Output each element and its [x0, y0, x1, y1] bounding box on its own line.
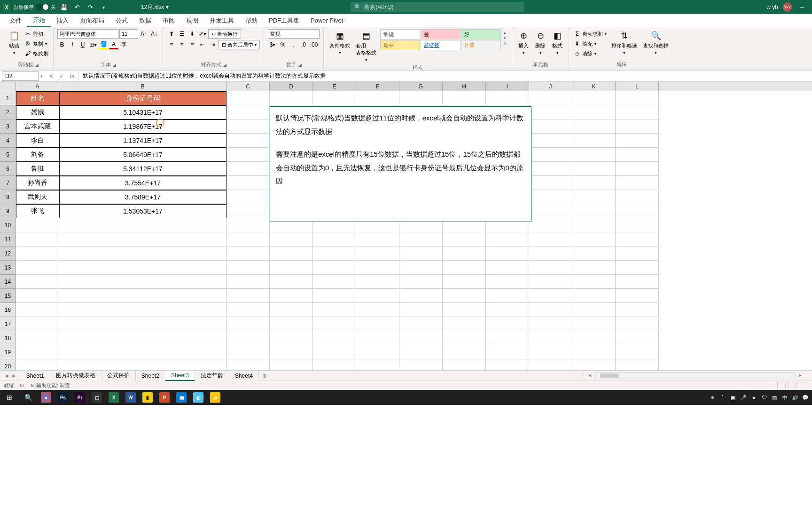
align-center-icon[interactable]: ≡ — [177, 40, 187, 49]
cell-K10[interactable] — [572, 218, 616, 232]
cell-C7[interactable] — [226, 176, 270, 190]
cell-L18[interactable] — [616, 331, 659, 345]
cell-G14[interactable] — [399, 275, 443, 289]
cell-J7[interactable] — [529, 176, 572, 190]
cell-J16[interactable] — [529, 303, 572, 317]
taskbar-explorer[interactable]: 📁 — [207, 390, 224, 405]
col-header-H[interactable]: H — [443, 82, 486, 91]
taskbar-powerpoint[interactable]: P — [156, 390, 173, 405]
cell-K7[interactable] — [572, 176, 616, 190]
sheet-tab-6[interactable]: Sheet4 — [229, 371, 259, 381]
taskbar-excel[interactable]: X — [105, 390, 122, 405]
align-bottom-icon[interactable]: ⬇ — [187, 29, 197, 39]
cell-D20[interactable] — [270, 359, 313, 370]
cell-K15[interactable] — [572, 289, 616, 303]
row-header-11[interactable]: 11 — [0, 232, 16, 246]
tray-shield-icon[interactable]: 🛡 — [760, 394, 768, 401]
col-header-F[interactable]: F — [356, 82, 399, 91]
taskbar-app2[interactable]: ◐ — [190, 390, 207, 405]
cell-C16[interactable] — [226, 303, 270, 317]
cell-I16[interactable] — [486, 303, 529, 317]
sheet-grid[interactable]: ABCDEFGHIJKL 1姓名身份证号码2嫦娥5.10431E+173宫本武藏… — [0, 82, 812, 370]
row-header-3[interactable]: 3 — [0, 119, 16, 134]
row-header-15[interactable]: 15 — [0, 289, 16, 303]
cell-H19[interactable] — [443, 345, 486, 359]
font-color-button[interactable]: A — [109, 40, 118, 49]
row-header-19[interactable]: 19 — [0, 345, 16, 359]
style-bad[interactable]: 差 — [421, 29, 461, 40]
cell-K20[interactable] — [572, 359, 616, 370]
style-calc[interactable]: 计算 — [461, 40, 501, 50]
table-format-button[interactable]: ▤套用 表格格式▾ — [354, 29, 378, 63]
cell-J8[interactable] — [529, 190, 572, 204]
cell-H11[interactable] — [443, 232, 486, 246]
cell-L14[interactable] — [616, 275, 659, 289]
cell-C18[interactable] — [226, 331, 270, 345]
username[interactable]: w yh — [766, 4, 778, 10]
qat-more-icon[interactable]: ▾ — [98, 2, 109, 12]
cell-A16[interactable] — [16, 303, 59, 317]
ribbon-tab-8[interactable]: 开发工具 — [204, 14, 240, 27]
align-left-icon[interactable]: ≡ — [167, 40, 176, 49]
filename[interactable]: 12月.xlsx ▾ — [141, 3, 169, 11]
cell-E19[interactable] — [313, 345, 356, 359]
cell-J5[interactable] — [529, 148, 572, 162]
cell-C2[interactable] — [226, 105, 270, 119]
font-size-select[interactable] — [119, 29, 138, 39]
cell-D15[interactable] — [270, 289, 313, 303]
cell-C5[interactable] — [226, 148, 270, 162]
cell-C3[interactable] — [226, 119, 270, 134]
cell-F20[interactable] — [356, 359, 399, 370]
delete-cells-button[interactable]: ⊖删除▾ — [533, 29, 548, 56]
undo-icon[interactable]: ↶ — [72, 2, 82, 12]
ribbon-tab-5[interactable]: 数据 — [133, 14, 157, 27]
cell-A5[interactable]: 刘备 — [16, 148, 59, 162]
accept-formula-icon[interactable]: ✓ — [57, 71, 66, 81]
cell-K4[interactable] — [572, 134, 616, 148]
cell-B11[interactable] — [59, 232, 226, 246]
cell-C17[interactable] — [226, 317, 270, 331]
cell-B15[interactable] — [59, 289, 226, 303]
cell-B1[interactable]: 身份证号码 — [59, 91, 226, 105]
tray-icon[interactable]: ● — [750, 394, 757, 401]
cell-F19[interactable] — [356, 345, 399, 359]
save-icon[interactable]: 💾 — [59, 2, 69, 12]
view-layout-icon[interactable] — [789, 382, 797, 389]
border-button[interactable]: ⊞▾ — [88, 40, 98, 49]
ribbon-tab-4[interactable]: 公式 — [110, 14, 133, 27]
cell-A12[interactable] — [16, 246, 59, 261]
cell-F18[interactable] — [356, 331, 399, 345]
tray-icon[interactable]: ▣ — [729, 394, 737, 401]
taskbar-powerbi[interactable]: ▮ — [139, 390, 156, 405]
cell-F1[interactable] — [356, 91, 399, 105]
cell-J13[interactable] — [529, 261, 572, 275]
row-header-4[interactable]: 4 — [0, 134, 16, 148]
cell-K1[interactable] — [572, 91, 616, 105]
fill-button[interactable]: ⬇填充 ▾ — [573, 39, 608, 48]
cell-L19[interactable] — [616, 345, 659, 359]
sheet-tab-3[interactable]: Sheet2 — [136, 371, 165, 381]
cell-C8[interactable] — [226, 190, 270, 204]
col-header-I[interactable]: I — [486, 82, 529, 91]
decrease-decimal-icon[interactable]: .00 — [309, 40, 319, 49]
cell-J4[interactable] — [529, 134, 572, 148]
cell-H17[interactable] — [443, 317, 486, 331]
cell-A1[interactable]: 姓名 — [16, 91, 59, 105]
cell-J12[interactable] — [529, 246, 572, 261]
tray-chevron-icon[interactable]: ˄ — [719, 394, 726, 401]
cell-K18[interactable] — [572, 331, 616, 345]
cell-G20[interactable] — [399, 359, 443, 370]
cell-L4[interactable] — [616, 134, 659, 148]
cell-K13[interactable] — [572, 261, 616, 275]
cell-K11[interactable] — [572, 232, 616, 246]
dialog-launcher-icon[interactable]: ◢ — [298, 63, 302, 67]
wrap-text-button[interactable]: ↩自动换行 — [208, 29, 241, 39]
cell-B5[interactable]: 5.06649E+17 — [59, 148, 226, 162]
cell-A11[interactable] — [16, 232, 59, 246]
cell-G18[interactable] — [399, 331, 443, 345]
style-hyperlink[interactable]: 超链接 — [421, 40, 461, 50]
sheet-tab-4[interactable]: Sheet3 — [165, 371, 195, 381]
align-right-icon[interactable]: ≡ — [187, 40, 197, 49]
cell-F14[interactable] — [356, 275, 399, 289]
name-box-dropdown-icon[interactable]: ▾ — [39, 74, 45, 79]
